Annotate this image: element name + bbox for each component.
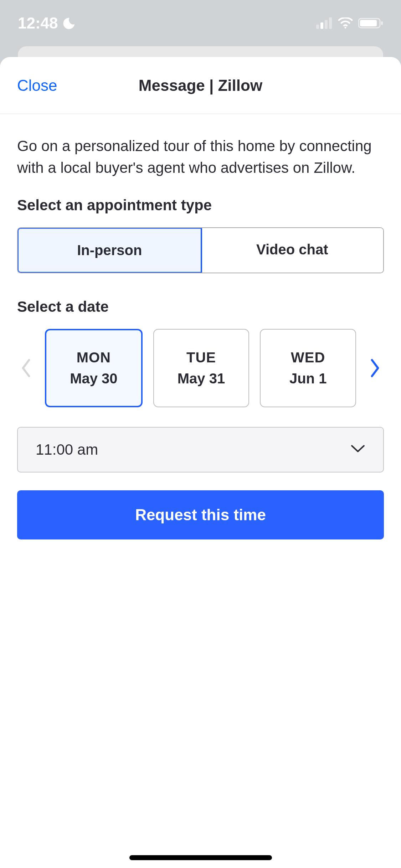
status-right (316, 17, 383, 29)
date-day: MON (46, 350, 141, 366)
svg-rect-6 (360, 20, 377, 26)
chevron-down-icon (350, 444, 365, 455)
date-card-0[interactable]: MON May 30 (45, 329, 143, 407)
select-date-label: Select a date (17, 298, 384, 315)
sheet-title: Message | Zillow (139, 77, 262, 94)
chevron-right-icon (369, 358, 381, 378)
svg-rect-2 (325, 20, 328, 29)
appointment-type-segmented: In-person Video chat (17, 227, 384, 273)
date-date: Jun 1 (261, 371, 355, 387)
date-card-2[interactable]: WED Jun 1 (260, 329, 356, 407)
intro-text: Go on a personalized tour of this home b… (17, 135, 384, 179)
date-next-button[interactable] (366, 354, 384, 382)
time-value: 11:00 am (36, 441, 98, 458)
date-date: May 30 (46, 371, 141, 387)
sheet-header: Close Message | Zillow (0, 57, 401, 114)
modal-sheet: Close Message | Zillow Go on a personali… (0, 57, 401, 868)
date-day: TUE (154, 350, 249, 366)
do-not-disturb-icon (62, 16, 76, 30)
date-date: May 31 (154, 371, 249, 387)
date-picker-row: MON May 30 TUE May 31 WED Jun 1 (17, 329, 384, 407)
sheet-body: Go on a personalized tour of this home b… (0, 114, 401, 539)
wifi-icon (338, 17, 353, 29)
status-bar: 12:48 (0, 0, 401, 46)
time-select[interactable]: 11:00 am (17, 427, 384, 472)
appointment-type-label: Select an appointment type (17, 197, 384, 214)
segment-in-person[interactable]: In-person (17, 227, 202, 273)
close-button[interactable]: Close (17, 77, 57, 94)
chevron-left-icon (20, 358, 32, 378)
segment-video-chat[interactable]: Video chat (201, 228, 384, 273)
svg-rect-7 (381, 21, 383, 25)
svg-rect-0 (316, 25, 319, 29)
date-cards: MON May 30 TUE May 31 WED Jun 1 (45, 329, 356, 407)
battery-icon (358, 17, 383, 29)
request-time-button[interactable]: Request this time (17, 490, 384, 539)
cellular-icon (316, 17, 333, 29)
status-time: 12:48 (18, 14, 58, 32)
home-indicator[interactable] (129, 855, 272, 860)
svg-rect-1 (320, 22, 323, 29)
date-prev-button[interactable] (17, 354, 35, 382)
svg-point-4 (345, 27, 346, 29)
svg-rect-3 (329, 17, 332, 29)
date-day: WED (261, 350, 355, 366)
status-left: 12:48 (18, 14, 76, 32)
date-card-1[interactable]: TUE May 31 (153, 329, 250, 407)
